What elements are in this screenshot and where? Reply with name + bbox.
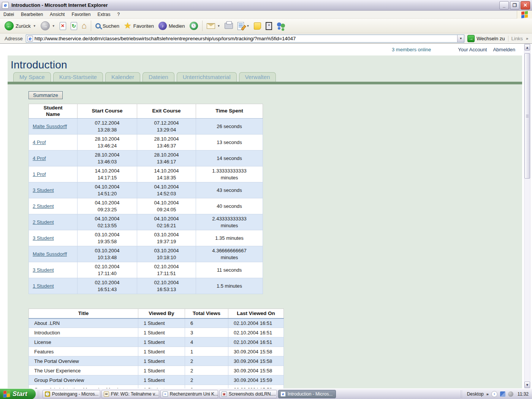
links-label[interactable]: Links	[508, 36, 526, 41]
stop-button[interactable]: ✕	[57, 21, 68, 31]
menu-extras[interactable]: Extras	[94, 11, 114, 18]
tab-unterrichtsmaterial[interactable]: Unterrichtsmaterial	[177, 72, 237, 82]
table-row: 2 Student 04.10.2004 02:13:55 04.10.2004…	[29, 214, 263, 230]
minimize-button[interactable]: _	[499, 1, 509, 10]
logout-link[interactable]: Abmelden	[493, 47, 515, 52]
table-row: 3 Student 04.10.2004 14:51:20 04.10.2004…	[29, 182, 263, 198]
windows-flag-icon	[3, 390, 10, 397]
mail-dropdown-icon[interactable]: ▼	[217, 24, 220, 28]
print-icon	[225, 23, 233, 29]
student-link[interactable]: 4 Prof	[33, 155, 46, 161]
student-link[interactable]: 3 Student	[33, 267, 54, 273]
menu-datei[interactable]: Datei	[0, 11, 17, 18]
links-chevron-icon[interactable]: »	[526, 36, 530, 41]
student-link[interactable]: 1 Student	[33, 283, 54, 289]
table-row: About .LRN 1 Student 6 02.10.2004 16:51	[29, 318, 284, 328]
print-button[interactable]	[222, 22, 235, 30]
task-screenshots[interactable]: ▣ Screenshots dotLRN....	[219, 390, 277, 398]
edit-button[interactable]: ▼	[235, 21, 252, 31]
student-link[interactable]: 1 Prof	[33, 171, 46, 177]
col-exit-course: Exit Course	[137, 104, 196, 119]
tab-verwalten[interactable]: Verwalten	[239, 72, 276, 82]
student-link[interactable]: 3 Student	[33, 187, 54, 193]
window-title: Introduction - Microsoft Internet Explor…	[11, 2, 498, 8]
go-arrow-icon: →	[467, 35, 475, 42]
taskbar-grip[interactable]	[37, 390, 40, 398]
address-dropdown-icon[interactable]: ▼	[457, 35, 464, 42]
close-button[interactable]: ✕	[521, 1, 530, 10]
media-icon: ♪	[158, 22, 167, 30]
refresh-button[interactable]: ↻	[68, 21, 79, 31]
task-mail-message[interactable]: ✉ FW: WG: Teilnahme v...	[101, 390, 159, 398]
scroll-down-icon[interactable]: ▼	[524, 382, 530, 388]
tracking-table: Student Name Start Course Exit Course Ti…	[28, 104, 263, 294]
tray-windows-icon[interactable]	[500, 391, 505, 397]
messenger-button[interactable]	[274, 21, 288, 31]
tab-kurs-startseite[interactable]: Kurs-Startseite	[53, 72, 103, 82]
task-posteingang[interactable]: 🕓 Posteingang - Micros...	[43, 390, 100, 398]
scrollbar-thumb[interactable]	[524, 53, 530, 179]
page-icon: e	[27, 36, 33, 41]
favorites-button[interactable]: ★ Favoriten	[122, 21, 156, 31]
home-icon: ⌂	[82, 22, 87, 30]
menu-ansicht[interactable]: Ansicht	[46, 11, 68, 18]
tab-my-space[interactable]: My Space	[13, 72, 51, 82]
student-link[interactable]: 3 Student	[33, 235, 54, 241]
search-button[interactable]: Suchen	[93, 22, 122, 30]
toolbar-chevron-icon[interactable]: »	[486, 392, 489, 396]
task-introduction-active[interactable]: e Introduction - Micros...	[278, 390, 336, 398]
student-link[interactable]: Malte Sussdorff	[33, 251, 67, 257]
col-student-name: Student Name	[29, 104, 78, 119]
quicklaunch-grip[interactable]	[460, 390, 463, 398]
address-label: Adresse	[2, 36, 26, 41]
mail-message-icon: ✉	[104, 391, 109, 397]
summarize-button[interactable]: Summarize	[28, 91, 63, 99]
back-dropdown-icon[interactable]: ▼	[33, 24, 36, 28]
restore-button[interactable]: ❐	[510, 1, 519, 10]
back-button[interactable]: ← Zurück ▼	[2, 20, 38, 32]
tab-dateien[interactable]: Dateien	[142, 72, 174, 82]
home-button[interactable]: ⌂	[79, 21, 89, 31]
student-link[interactable]: 2 Student	[33, 219, 54, 225]
tray-network-icon[interactable]	[508, 391, 513, 397]
forward-button[interactable]: → ▼	[38, 20, 57, 32]
forward-dropdown-icon[interactable]: ▼	[52, 24, 55, 28]
address-input[interactable]	[35, 35, 458, 42]
student-link[interactable]: 4 Prof	[33, 139, 46, 145]
start-button[interactable]: Start	[0, 389, 36, 399]
windows-logo-icon	[517, 11, 532, 19]
menu-favoriten[interactable]: Favoriten	[68, 11, 94, 18]
table-row: Introduction 1 Student 3 02.10.2004 16:5…	[29, 328, 284, 337]
members-online-link[interactable]: 3 members online	[392, 47, 431, 52]
media-button[interactable]: ♪ Medien	[156, 21, 187, 31]
your-account-link[interactable]: Your Account	[458, 47, 487, 52]
refresh-icon: ↻	[71, 22, 77, 30]
col-last-viewed: Last Viewed On	[228, 309, 284, 318]
mail-button[interactable]: ▼	[204, 22, 223, 30]
address-input-box: e ▼	[26, 35, 465, 43]
tab-bar	[8, 82, 522, 84]
menu-hilfe[interactable]: ?	[114, 11, 123, 18]
vertical-scrollbar[interactable]: ▲ ▼	[524, 44, 530, 388]
go-button[interactable]: → Wechseln zu	[464, 35, 508, 42]
table-header-row: Student Name Start Course Exit Course Ti…	[29, 104, 263, 119]
edit-dropdown-icon[interactable]: ▼	[246, 24, 249, 28]
col-time-spent: Time Spent	[196, 104, 263, 119]
hide-tray-icons-icon[interactable]: ‹	[491, 391, 497, 397]
outlook-icon: 🕓	[45, 391, 50, 397]
student-link[interactable]: 2 Student	[33, 203, 54, 209]
student-link[interactable]: Malte Sussdorff	[33, 124, 67, 129]
menu-bearbeiten[interactable]: Bearbeiten	[17, 11, 46, 18]
utility-links: 3 members online Your Account Abmelden	[392, 47, 515, 52]
back-icon: ←	[5, 21, 14, 30]
task-rechenzentrum[interactable]: ≡ Rechenzentrum Uni K...	[160, 390, 218, 398]
scroll-up-icon[interactable]: ▲	[524, 44, 530, 51]
tab-kalender[interactable]: Kalender	[105, 72, 140, 82]
discuss-button[interactable]	[252, 21, 263, 31]
table-row: The User Experience 1 Student 2 30.09.20…	[29, 366, 284, 375]
col-viewed-by: Viewed By	[138, 309, 185, 318]
history-button[interactable]: 🕓	[187, 21, 200, 31]
show-desktop-button[interactable]: Desktop	[467, 391, 484, 397]
kiosk-button[interactable]: *	[263, 21, 274, 31]
col-total-views: Total Views	[185, 309, 228, 318]
